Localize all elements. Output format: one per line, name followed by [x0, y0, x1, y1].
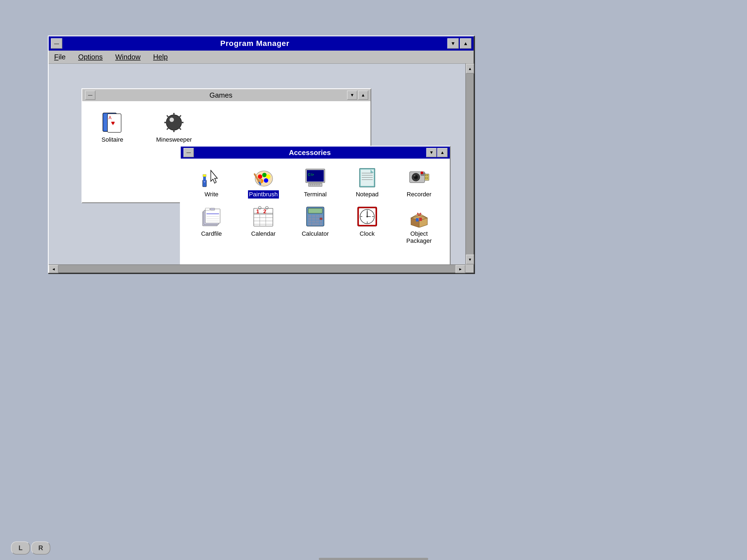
program-manager-maximize-button[interactable]: ▲ [460, 38, 471, 49]
svg-point-22 [262, 173, 266, 177]
games-maximize-button[interactable]: ▲ [358, 91, 368, 100]
minesweeper-icon [163, 111, 185, 133]
scroll-down-button[interactable]: ▼ [466, 255, 474, 264]
calculator-icon-item[interactable]: Calculator [290, 203, 341, 247]
recorder-label: Recorder [406, 190, 432, 199]
menu-help[interactable]: Help [151, 52, 170, 62]
svg-point-104 [366, 216, 368, 218]
write-icon [200, 166, 222, 188]
svg-rect-33 [310, 184, 311, 185]
solitaire-icon: A ♥ [101, 111, 123, 133]
right-button[interactable]: R [31, 541, 50, 555]
program-manager-title: Program Manager [62, 39, 447, 48]
menu-window[interactable]: Window [113, 52, 143, 62]
calendar-icon: 1 2 [252, 206, 274, 228]
svg-text:1: 1 [256, 208, 259, 214]
program-manager-minimize-button[interactable]: ▼ [447, 38, 459, 49]
clock-label: Clock [358, 230, 376, 238]
accessories-title: Accessories [194, 149, 426, 157]
svg-rect-91 [319, 221, 323, 223]
menu-options[interactable]: Options [76, 52, 105, 62]
program-manager-system-menu[interactable]: — [51, 38, 62, 49]
svg-rect-80 [308, 215, 311, 217]
svg-rect-85 [312, 218, 315, 220]
cardfile-icon [200, 206, 222, 228]
clock-icon-item[interactable]: Clock [342, 203, 392, 247]
write-label: Write [203, 190, 220, 199]
scroll-right-button[interactable]: ► [456, 265, 465, 273]
terminal-icon-item[interactable]: C:\> Terminal [290, 164, 341, 201]
svg-rect-81 [312, 215, 315, 217]
svg-rect-90 [316, 221, 319, 223]
scroll-track-horizontal [58, 265, 456, 273]
svg-rect-86 [316, 218, 319, 220]
recorder-icon [408, 166, 430, 188]
bottom-scrollbar [319, 558, 428, 560]
svg-rect-34 [312, 184, 313, 185]
svg-rect-83 [319, 215, 323, 217]
svg-rect-35 [314, 184, 315, 185]
program-manager-titlebar: — Program Manager ▼ ▲ [49, 36, 473, 51]
program-manager-content: — Games ▼ ▲ [49, 64, 465, 264]
accessories-content: Write [181, 159, 450, 253]
svg-point-23 [266, 175, 271, 179]
svg-rect-37 [318, 184, 320, 185]
cardfile-icon-item[interactable]: Cardfile [186, 203, 237, 247]
calendar-icon-item[interactable]: 1 2 [238, 203, 289, 247]
svg-point-14 [170, 118, 174, 122]
svg-text:2: 2 [263, 208, 266, 214]
clock-icon [356, 206, 378, 228]
accessories-maximize-button[interactable]: ▲ [437, 148, 447, 157]
svg-point-24 [264, 178, 268, 183]
accessories-window: — Accessories ▼ ▲ [180, 146, 450, 264]
terminal-icon: C:\> [304, 166, 326, 188]
scroll-corner [465, 264, 473, 273]
svg-point-21 [258, 175, 262, 179]
notepad-label: Notepad [355, 190, 380, 199]
accessories-system-menu[interactable]: — [183, 148, 194, 157]
minesweeper-icon-item[interactable]: Minesweeper [153, 109, 195, 146]
svg-rect-54 [427, 175, 428, 176]
accessories-minimize-button[interactable]: ▼ [426, 148, 437, 157]
cardfile-label: Cardfile [200, 230, 223, 238]
menu-file[interactable]: File [52, 52, 68, 62]
svg-rect-36 [316, 184, 318, 185]
notepad-icon-item[interactable]: Notepad [342, 164, 392, 201]
object-packager-icon [408, 206, 430, 228]
object-packager-icon-item[interactable]: ObjectPackager [394, 203, 444, 247]
games-system-menu[interactable]: — [85, 91, 96, 100]
svg-rect-94 [319, 223, 323, 225]
paintbrush-icon [252, 166, 274, 188]
accessories-titlebar: — Accessories ▼ ▲ [181, 147, 450, 159]
left-button[interactable]: L [11, 541, 30, 555]
scroll-up-button[interactable]: ▲ [466, 64, 474, 74]
svg-point-56 [420, 172, 423, 174]
minesweeper-label: Minesweeper [155, 136, 193, 144]
games-title: Games [96, 91, 346, 100]
svg-rect-88 [308, 221, 311, 223]
svg-rect-92 [308, 223, 311, 225]
calculator-label: Calculator [301, 230, 330, 238]
svg-rect-82 [316, 215, 319, 217]
object-packager-label: ObjectPackager [405, 230, 433, 245]
program-manager-window: — Program Manager ▼ ▲ File Options Windo… [48, 35, 474, 274]
svg-rect-60 [205, 208, 210, 210]
games-minimize-button[interactable]: ▼ [347, 91, 357, 100]
paintbrush-icon-item[interactable]: Paintbrush [238, 164, 289, 201]
svg-rect-53 [425, 177, 426, 179]
calculator-icon [304, 206, 326, 228]
menu-bar: File Options Window Help [49, 51, 473, 64]
svg-rect-109 [416, 218, 419, 222]
scroll-track-vertical [466, 74, 473, 255]
write-icon-item[interactable]: Write [186, 164, 237, 201]
solitaire-icon-item[interactable]: A ♥ Solitaire [93, 109, 131, 146]
scroll-left-button[interactable]: ◄ [49, 265, 58, 273]
title-bar-controls: ▼ ▲ [447, 38, 471, 49]
recorder-icon-item[interactable]: Recorder [394, 164, 444, 201]
svg-rect-93 [312, 223, 319, 225]
solitaire-label: Solitaire [100, 136, 124, 144]
calendar-label: Calendar [250, 230, 277, 238]
svg-rect-18 [203, 175, 206, 177]
bottom-bar: L R [11, 541, 50, 555]
paintbrush-label: Paintbrush [248, 190, 279, 199]
